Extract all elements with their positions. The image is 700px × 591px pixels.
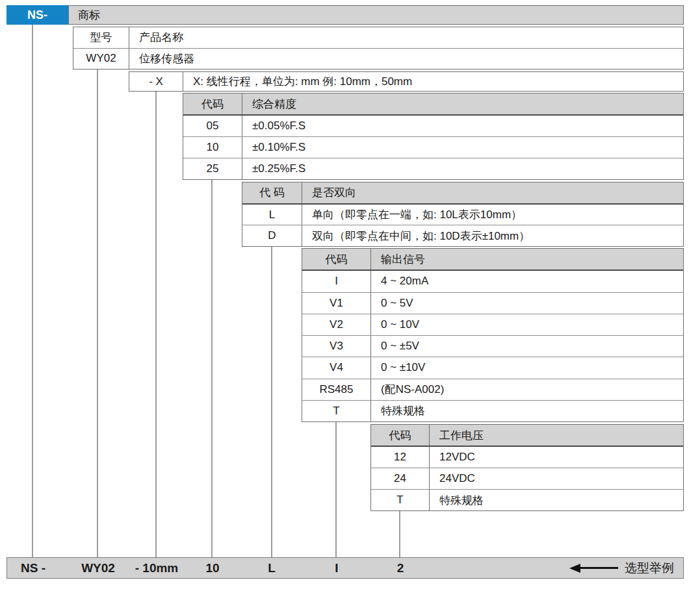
connector-line-direction	[271, 247, 272, 557]
model-code-cell: WY02	[73, 49, 129, 69]
code-cell: 10	[183, 137, 242, 158]
table-row: - X X: 线性行程，单位为: mm 例: 10mm，50mm	[129, 72, 683, 91]
table-row: D 双向（即零点在中间，如: 10D表示±10mm）	[242, 225, 683, 246]
table-header-row: 代码 综合精度	[183, 94, 683, 116]
code-cell: I	[302, 271, 371, 292]
code-cell: V4	[302, 357, 371, 378]
example-segment: NS -	[7, 558, 59, 578]
value-header-cell: 输出信号	[371, 249, 683, 270]
example-bar: NS - WY02 - 10mm 10 L I 2 选型举例	[6, 557, 684, 579]
code-cell: V3	[302, 336, 371, 357]
example-caption: 选型举例	[625, 560, 674, 577]
connector-line-stroke	[155, 92, 157, 557]
model-header-cell: 型号	[73, 27, 129, 48]
table-header-row: 代码 工作电压	[371, 425, 683, 447]
brand-label-row: 商标	[68, 5, 684, 25]
table-row: V2 0 ~ 10V	[302, 314, 683, 335]
table-header-row: 代 码 是否双向	[242, 182, 683, 205]
value-cell: 4 ~ 20mA	[371, 271, 683, 292]
value-header-cell: 是否双向	[302, 182, 683, 203]
example-caption-group: 选型举例	[569, 558, 674, 578]
voltage-table: 代码 工作电压 12 12VDC 24 24VDC T 特殊规格	[370, 424, 684, 511]
example-segment: WY02	[72, 558, 124, 578]
table-row: RS485 (配NS-A002)	[302, 379, 683, 400]
code-cell: 24	[371, 468, 430, 489]
connector-line-model	[97, 69, 98, 557]
code-cell: T	[302, 401, 371, 421]
table-row: V4 0 ~ ±10V	[302, 357, 683, 378]
code-cell: V1	[302, 293, 371, 314]
connector-line-prefix	[32, 25, 33, 557]
table-header-row: 代码 输出信号	[302, 249, 683, 271]
stroke-code-cell: - X	[129, 72, 183, 91]
output-signal-table: 代码 输出信号 I 4 ~ 20mA V1 0 ~ 5V V2 0 ~ 10V …	[302, 248, 684, 422]
value-cell: 0 ~ 10V	[371, 314, 683, 335]
table-row: V1 0 ~ 5V	[302, 292, 683, 314]
code-cell: 12	[371, 447, 430, 468]
stroke-row: - X X: 线性行程，单位为: mm 例: 10mm，50mm	[129, 71, 684, 92]
table-row: 12 12VDC	[371, 447, 683, 468]
connector-line-output	[335, 422, 337, 557]
table-row: I 4 ~ 20mA	[302, 271, 683, 292]
table-row: L 单向（即零点在一端，如: 10L表示10mm）	[242, 205, 683, 225]
code-cell: RS485	[302, 379, 371, 400]
value-cell: 双向（即零点在中间，如: 10D表示±10mm）	[302, 225, 683, 246]
code-cell: 05	[183, 116, 242, 136]
selection-code-diagram: NS- 商标 型号 产品名称 WY02 位移传感器 - X X: 线性行程，单位…	[0, 0, 700, 591]
code-header-cell: 代码	[183, 94, 242, 114]
accuracy-table: 代码 综合精度 05 ±0.05%F.S 10 ±0.10%F.S 25 ±0.…	[183, 93, 684, 180]
value-cell: 0 ~ ±5V	[371, 336, 683, 357]
stroke-desc-cell: X: 线性行程，单位为: mm 例: 10mm，50mm	[183, 72, 683, 91]
example-segment: I	[311, 558, 363, 578]
connector-line-accuracy	[211, 180, 213, 557]
example-segment: 10	[187, 558, 239, 578]
code-cell: L	[242, 205, 302, 225]
table-row: T 特殊规格	[371, 489, 683, 510]
example-segment: - 10mm	[131, 558, 183, 578]
direction-table: 代 码 是否双向 L 单向（即零点在一端，如: 10L表示10mm） D 双向（…	[242, 182, 684, 247]
table-header-row: 型号 产品名称	[73, 27, 683, 48]
value-cell: 单向（即零点在一端，如: 10L表示10mm）	[302, 205, 683, 225]
code-cell: 25	[183, 158, 242, 179]
product-name-header-cell: 产品名称	[129, 27, 683, 48]
value-cell: ±0.25%F.S	[242, 158, 683, 179]
value-cell: ±0.05%F.S	[242, 116, 683, 136]
left-arrow-icon	[569, 564, 580, 573]
table-row: 10 ±0.10%F.S	[183, 136, 683, 158]
table-row: T 特殊规格	[302, 400, 683, 421]
value-header-cell: 综合精度	[242, 94, 683, 114]
code-cell: V2	[302, 314, 371, 335]
value-cell: 24VDC	[430, 468, 683, 489]
code-cell: D	[242, 225, 302, 246]
arrow-line	[580, 567, 618, 569]
product-name-cell: 位移传感器	[129, 49, 683, 69]
code-header-cell: 代 码	[242, 182, 302, 203]
table-row: WY02 位移传感器	[73, 48, 683, 69]
value-cell: (配NS-A002)	[371, 379, 683, 400]
prefix-code-box: NS-	[6, 5, 68, 25]
value-cell: 特殊规格	[430, 490, 683, 510]
table-row: 05 ±0.05%F.S	[183, 116, 683, 136]
example-segment: L	[246, 558, 298, 578]
example-segment: 2	[374, 558, 426, 578]
value-cell: ±0.10%F.S	[242, 137, 683, 158]
brand-label: 商标	[78, 8, 100, 23]
table-row: V3 0 ~ ±5V	[302, 335, 683, 357]
model-table: 型号 产品名称 WY02 位移传感器	[73, 27, 684, 69]
value-cell: 特殊规格	[371, 401, 683, 421]
value-header-cell: 工作电压	[430, 425, 683, 446]
value-cell: 12VDC	[430, 447, 683, 468]
code-cell: T	[371, 490, 430, 510]
value-cell: 0 ~ 5V	[371, 293, 683, 314]
code-header-cell: 代码	[302, 249, 371, 270]
code-header-cell: 代码	[371, 425, 430, 446]
table-row: 24 24VDC	[371, 468, 683, 489]
value-cell: 0 ~ ±10V	[371, 357, 683, 378]
connector-line-voltage	[399, 511, 400, 557]
table-row: 25 ±0.25%F.S	[183, 158, 683, 179]
